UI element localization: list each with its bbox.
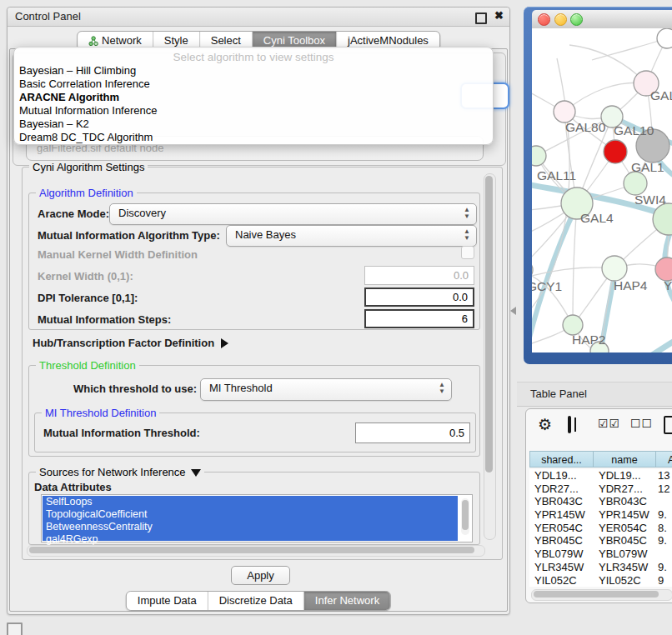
threshold-definition-title: Threshold Definition bbox=[36, 359, 139, 372]
algorithm-option[interactable]: Mutual Information Inference bbox=[14, 104, 493, 118]
table-cell: 9 bbox=[656, 574, 672, 588]
table-row[interactable]: YLR345WYLR345W9. bbox=[529, 561, 672, 574]
settings-vscroll-thumb[interactable] bbox=[485, 176, 493, 472]
float-panel-icon[interactable] bbox=[475, 12, 487, 24]
table-row[interactable]: YPR145WYPR145W9. bbox=[529, 508, 672, 522]
algorithm-dropdown-popup: Select algorithm to view settings Bayesi… bbox=[13, 47, 494, 145]
table-doc-icon[interactable] bbox=[664, 416, 672, 434]
mi-algorithm-type-label: Mutual Information Algorithm Type: bbox=[38, 229, 220, 242]
attribute-list-item[interactable]: gal4RGexp bbox=[43, 533, 458, 546]
dpi-tolerance-field-wrap bbox=[364, 288, 474, 307]
network-node[interactable] bbox=[624, 172, 647, 195]
table-cell bbox=[656, 548, 672, 561]
sources-group-title[interactable]: Sources for Network Inference bbox=[36, 466, 204, 478]
node-label: GAL80 bbox=[565, 120, 606, 134]
dpi-tolerance-label: DPI Tolerance [0,1]: bbox=[38, 292, 138, 304]
selected-attributes: SelfLoopsTopologicalCoefficientBetweenne… bbox=[43, 496, 458, 541]
network-window-titlebar[interactable] bbox=[532, 10, 672, 29]
collapsed-panel-icon[interactable] bbox=[7, 622, 23, 635]
hub-definition-toggle[interactable]: Hub/Transcription Factor Definition bbox=[33, 335, 228, 350]
table-row[interactable]: YBR045CYBR045C9. bbox=[529, 534, 672, 548]
table-hscroll-thumb[interactable] bbox=[534, 591, 659, 598]
close-window-icon[interactable] bbox=[538, 13, 550, 26]
algorithm-definition-group: Algorithm Definition Aracne Mode: Discov… bbox=[28, 192, 480, 330]
split-columns-icon[interactable] bbox=[568, 416, 571, 433]
table-row[interactable]: YIL052CYIL052C9 bbox=[529, 574, 672, 588]
algorithm-option[interactable]: Dream8 DC_TDC Algorithm bbox=[14, 131, 493, 144]
table-column-header[interactable]: A bbox=[656, 451, 672, 468]
minimize-window-icon[interactable] bbox=[554, 13, 567, 26]
aracne-mode-label: Aracne Mode: bbox=[38, 208, 109, 220]
gear-icon[interactable]: ⚙ bbox=[538, 417, 552, 432]
table-cell bbox=[656, 495, 672, 508]
table-column-header[interactable]: name bbox=[594, 451, 656, 468]
attribute-list-item[interactable]: TopologicalCoefficient bbox=[43, 508, 458, 521]
kernel-width-input[interactable] bbox=[364, 266, 474, 285]
algorithm-option[interactable]: ARACNE Algorithm bbox=[14, 91, 493, 104]
mi-steps-input[interactable] bbox=[364, 309, 474, 328]
aracne-mode-combo[interactable]: Discovery ▲▼ bbox=[109, 203, 477, 225]
table-cell: YBR045C bbox=[529, 534, 594, 548]
network-node[interactable] bbox=[602, 256, 627, 281]
network-node[interactable] bbox=[655, 258, 672, 281]
table-cell: YBR043C bbox=[529, 495, 594, 508]
table-row[interactable]: YBR043CYBR043C bbox=[529, 495, 672, 508]
combo-arrows-icon: ▲▼ bbox=[439, 382, 445, 395]
table-cell: YIL052C bbox=[594, 574, 656, 588]
table-row[interactable]: YDL19...YDL19...13 bbox=[529, 469, 672, 482]
network-node[interactable] bbox=[657, 28, 672, 48]
table-cell: 9. bbox=[656, 534, 672, 548]
tab-impute-data[interactable]: Impute Data bbox=[127, 592, 208, 610]
tab-infer-network[interactable]: Infer Network bbox=[303, 592, 390, 610]
network-edge[interactable] bbox=[630, 333, 672, 352]
settings-horizontal-scrollbar[interactable] bbox=[27, 545, 485, 557]
tab-discretize-data[interactable]: Discretize Data bbox=[208, 592, 303, 610]
table-cell: YBL079W bbox=[594, 548, 656, 561]
algorithm-option[interactable]: Basic Correlation Inference bbox=[14, 78, 493, 91]
network-node[interactable] bbox=[532, 259, 533, 281]
apply-button[interactable]: Apply bbox=[231, 566, 290, 585]
node-label: HAP4 bbox=[614, 278, 648, 292]
network-node[interactable] bbox=[532, 146, 546, 166]
threshold-definition-group: Threshold Definition Which threshold to … bbox=[28, 365, 480, 457]
manual-kernel-checkbox[interactable] bbox=[461, 246, 474, 259]
close-panel-icon[interactable]: ✖ bbox=[494, 9, 504, 22]
node-label: GAL1 bbox=[631, 160, 664, 174]
network-canvas[interactable]: GALGAL80GAL10GAL1GAL11SWI4GAL4GCY1HAP4YH… bbox=[532, 28, 672, 352]
network-edge[interactable] bbox=[592, 38, 667, 60]
table-row[interactable]: YBL079WYBL079W bbox=[529, 548, 672, 561]
mi-algorithm-type-combo[interactable]: Naive Bayes ▲▼ bbox=[226, 225, 477, 247]
table-horizontal-scrollbar[interactable] bbox=[531, 589, 672, 601]
node-label: GCY1 bbox=[532, 279, 562, 293]
table-row[interactable]: YER054CYER054C8. bbox=[529, 522, 672, 535]
algorithm-option[interactable]: Bayesian – K2 bbox=[14, 118, 493, 131]
sources-title-text: Sources for Network Inference bbox=[39, 466, 186, 478]
select-all-icon[interactable]: ☑☑ bbox=[598, 417, 620, 430]
node-label: SWI4 bbox=[634, 192, 666, 207]
dpi-tolerance-input[interactable] bbox=[364, 288, 474, 307]
list-scrollbar-thumb[interactable] bbox=[462, 500, 469, 530]
settings-hscroll-thumb[interactable] bbox=[29, 547, 474, 553]
which-threshold-label: Which threshold to use: bbox=[73, 382, 197, 395]
table-column-header[interactable]: shared... bbox=[529, 451, 594, 468]
list-scrollbar[interactable] bbox=[461, 498, 469, 535]
table-cell: YBL079W bbox=[529, 548, 594, 561]
settings-vertical-scrollbar[interactable] bbox=[484, 173, 496, 540]
zoom-window-icon[interactable] bbox=[570, 13, 583, 26]
network-node[interactable] bbox=[604, 140, 627, 163]
attribute-list-item[interactable]: SelfLoops bbox=[43, 496, 458, 508]
which-threshold-combo[interactable]: MI Threshold ▲▼ bbox=[200, 378, 452, 401]
algorithm-option[interactable]: Bayesian – Hill Climbing bbox=[14, 64, 493, 78]
table-row[interactable]: YDR27...YDR27...12 bbox=[529, 482, 672, 496]
table-cell: 13 bbox=[656, 469, 672, 482]
data-attributes-list[interactable]: SelfLoopsTopologicalCoefficientBetweenne… bbox=[41, 494, 473, 542]
network-icon bbox=[88, 36, 98, 46]
deselect-all-icon[interactable]: ☐☐ bbox=[630, 417, 653, 430]
network-edge[interactable] bbox=[573, 205, 577, 324]
panel-divider-grip[interactable] bbox=[510, 307, 516, 315]
combo-arrows-icon: ▲▼ bbox=[464, 207, 470, 220]
attribute-list-item[interactable]: BetweennessCentrality bbox=[43, 521, 458, 533]
table-cell: YER054C bbox=[594, 522, 656, 535]
mi-threshold-label: Mutual Information Threshold: bbox=[43, 427, 200, 439]
mi-threshold-input[interactable] bbox=[355, 422, 470, 443]
